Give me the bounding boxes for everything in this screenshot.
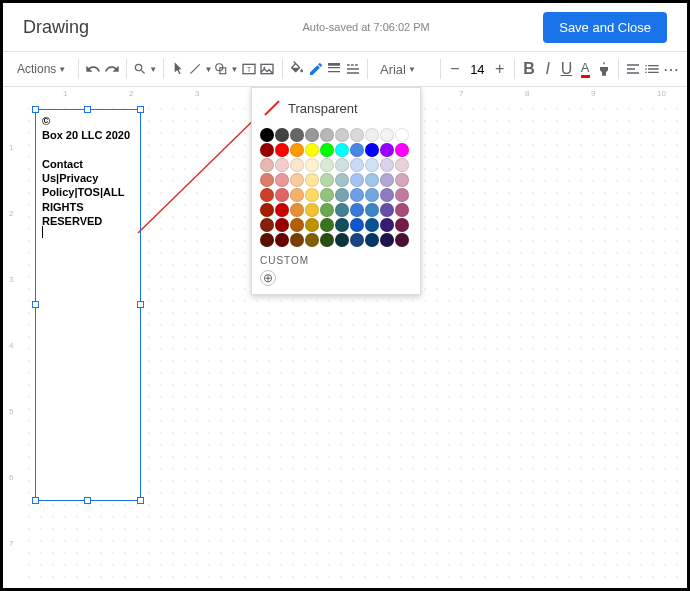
fill-color-button[interactable] <box>289 57 306 81</box>
color-swatch[interactable] <box>305 188 319 202</box>
color-swatch[interactable] <box>260 158 274 172</box>
resize-handle-s[interactable] <box>84 497 91 504</box>
color-swatch[interactable] <box>365 143 379 157</box>
resize-handle-se[interactable] <box>137 497 144 504</box>
color-swatch[interactable] <box>290 188 304 202</box>
textbox-text[interactable]: © Box 20 LLC 2020 Contact Us|Privacy Pol… <box>36 110 140 232</box>
color-swatch[interactable] <box>305 218 319 232</box>
color-swatch[interactable] <box>275 158 289 172</box>
color-swatch[interactable] <box>305 143 319 157</box>
image-tool[interactable] <box>259 57 276 81</box>
color-swatch[interactable] <box>305 233 319 247</box>
color-swatch[interactable] <box>275 203 289 217</box>
color-swatch[interactable] <box>395 158 409 172</box>
color-swatch[interactable] <box>335 128 349 142</box>
color-swatch[interactable] <box>395 188 409 202</box>
color-swatch[interactable] <box>380 203 394 217</box>
highlight-button[interactable] <box>596 57 613 81</box>
shape-tool[interactable]: ▼ <box>214 57 238 81</box>
text-color-button[interactable]: A <box>577 57 594 81</box>
resize-handle-sw[interactable] <box>32 497 39 504</box>
color-swatch[interactable] <box>260 173 274 187</box>
color-swatch[interactable] <box>335 203 349 217</box>
color-swatch[interactable] <box>260 143 274 157</box>
color-swatch[interactable] <box>275 188 289 202</box>
select-tool[interactable] <box>170 57 187 81</box>
color-swatch[interactable] <box>335 143 349 157</box>
font-selector[interactable]: Arial▼ <box>374 57 434 81</box>
color-swatch[interactable] <box>365 218 379 232</box>
color-swatch[interactable] <box>350 173 364 187</box>
color-swatch[interactable] <box>320 233 334 247</box>
font-increase-button[interactable]: + <box>491 57 508 81</box>
bold-button[interactable]: B <box>521 57 538 81</box>
color-swatch[interactable] <box>335 158 349 172</box>
color-swatch[interactable] <box>320 203 334 217</box>
color-swatch[interactable] <box>305 203 319 217</box>
color-swatch[interactable] <box>335 188 349 202</box>
color-swatch[interactable] <box>305 158 319 172</box>
color-swatch[interactable] <box>395 143 409 157</box>
list-button[interactable] <box>644 57 661 81</box>
align-button[interactable] <box>625 57 642 81</box>
redo-button[interactable] <box>104 57 121 81</box>
color-swatch[interactable] <box>365 188 379 202</box>
color-swatch[interactable] <box>260 188 274 202</box>
color-swatch[interactable] <box>290 173 304 187</box>
color-swatch[interactable] <box>290 203 304 217</box>
color-swatch[interactable] <box>305 173 319 187</box>
color-swatch[interactable] <box>290 218 304 232</box>
color-swatch[interactable] <box>260 218 274 232</box>
zoom-button[interactable]: ▼ <box>133 57 157 81</box>
color-swatch[interactable] <box>350 188 364 202</box>
color-swatch[interactable] <box>260 203 274 217</box>
color-swatch[interactable] <box>380 173 394 187</box>
color-swatch[interactable] <box>290 158 304 172</box>
color-swatch[interactable] <box>335 173 349 187</box>
color-swatch[interactable] <box>335 218 349 232</box>
border-weight-button[interactable] <box>326 57 343 81</box>
color-swatch[interactable] <box>275 218 289 232</box>
color-swatch[interactable] <box>395 128 409 142</box>
color-swatch[interactable] <box>320 188 334 202</box>
undo-button[interactable] <box>85 57 102 81</box>
color-swatch[interactable] <box>320 128 334 142</box>
more-button[interactable]: ⋯ <box>662 57 679 81</box>
color-swatch[interactable] <box>380 188 394 202</box>
color-swatch[interactable] <box>320 218 334 232</box>
font-size-input[interactable]: 14 <box>465 62 489 77</box>
color-swatch[interactable] <box>290 128 304 142</box>
actions-menu[interactable]: Actions▼ <box>11 57 72 81</box>
color-swatch[interactable] <box>395 218 409 232</box>
line-tool[interactable]: ▼ <box>188 57 212 81</box>
transparent-option[interactable]: Transparent <box>260 96 412 120</box>
color-swatch[interactable] <box>290 233 304 247</box>
color-swatch[interactable] <box>380 218 394 232</box>
color-swatch[interactable] <box>395 203 409 217</box>
color-swatch[interactable] <box>335 233 349 247</box>
border-dash-button[interactable] <box>345 57 362 81</box>
color-swatch[interactable] <box>365 158 379 172</box>
color-swatch[interactable] <box>395 233 409 247</box>
font-decrease-button[interactable]: − <box>447 57 464 81</box>
color-swatch[interactable] <box>320 158 334 172</box>
color-swatch[interactable] <box>275 128 289 142</box>
resize-handle-n[interactable] <box>84 106 91 113</box>
color-swatch[interactable] <box>365 233 379 247</box>
color-swatch[interactable] <box>380 233 394 247</box>
save-and-close-button[interactable]: Save and Close <box>543 12 667 43</box>
resize-handle-e[interactable] <box>137 301 144 308</box>
color-swatch[interactable] <box>260 233 274 247</box>
selected-textbox[interactable]: © Box 20 LLC 2020 Contact Us|Privacy Pol… <box>35 109 141 501</box>
color-swatch[interactable] <box>380 143 394 157</box>
add-custom-color-button[interactable]: ⊕ <box>260 270 276 286</box>
color-swatch[interactable] <box>350 233 364 247</box>
color-swatch[interactable] <box>380 158 394 172</box>
color-swatch[interactable] <box>365 203 379 217</box>
color-swatch[interactable] <box>275 143 289 157</box>
color-swatch[interactable] <box>320 143 334 157</box>
color-swatch[interactable] <box>260 128 274 142</box>
textbox-tool[interactable]: T <box>240 57 257 81</box>
resize-handle-nw[interactable] <box>32 106 39 113</box>
color-swatch[interactable] <box>350 158 364 172</box>
